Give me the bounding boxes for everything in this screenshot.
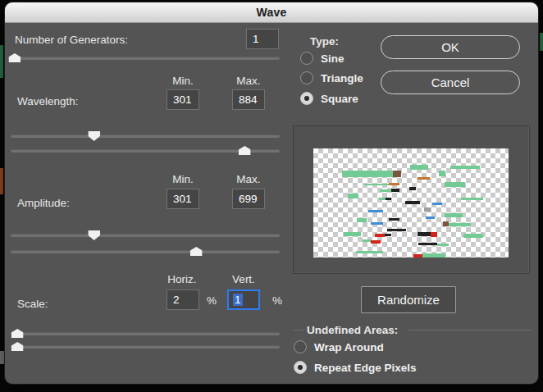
undefined-option-wrap-around[interactable]: Wrap Around [294, 340, 384, 353]
scale-vert-percent: % [272, 294, 282, 307]
scale-vert-input[interactable]: 1 [227, 289, 260, 310]
wavelength-min-slider-thumb[interactable] [88, 131, 100, 141]
preview-canvas [313, 148, 509, 258]
wavelength-max-slider[interactable] [11, 145, 280, 157]
scale-horiz-slider-track[interactable] [11, 332, 280, 335]
undefined-option-repeat-edge-pixels[interactable]: Repeat Edge Pixels [294, 361, 417, 374]
preview-fragment [356, 251, 383, 253]
preview-fragment [387, 229, 406, 231]
preview-fragment [368, 210, 383, 212]
radio-icon-repeat-edge-pixels[interactable] [294, 361, 307, 374]
amplitude-max-input[interactable]: 699 [232, 189, 265, 209]
radio-icon-triangle[interactable] [300, 71, 313, 84]
scale-horiz-percent: % [207, 294, 217, 307]
wavelength-max-input[interactable]: 884 [232, 89, 265, 110]
preview-fragment [432, 203, 442, 205]
preview-fragment [424, 207, 431, 212]
type-option-square[interactable]: Square [300, 92, 358, 105]
preview-fragment [379, 198, 386, 200]
preview-fragment [357, 218, 367, 222]
wavelength-label: Wavelength: [17, 95, 79, 107]
generators-label: Number of Generators: [15, 34, 128, 46]
preview-fragment [413, 254, 422, 258]
undefined-areas-group-line-right [408, 330, 532, 330]
preview-fragment [449, 223, 471, 226]
undefined-areas-label: Undefined Areas: [307, 324, 398, 336]
background-sliver-green-left [0, 45, 3, 78]
scale-horiz-input[interactable]: 2 [167, 289, 199, 310]
preview-fragment [389, 183, 399, 185]
generators-input[interactable]: 1 [246, 29, 279, 49]
preview-fragment [450, 166, 480, 169]
preview-fragment [418, 232, 431, 236]
amplitude-max-slider[interactable] [11, 246, 280, 258]
amplitude-min-slider[interactable] [11, 230, 280, 241]
wavelength-min-header: Min. [166, 75, 200, 87]
radio-icon-sine[interactable] [300, 52, 313, 65]
wavelength-max-header: Max. [231, 75, 266, 87]
wavelength-min-slider-track[interactable] [11, 134, 280, 138]
preview-fragment [371, 240, 381, 244]
dialog-title: Wave [257, 6, 287, 19]
preview-fragment [418, 177, 430, 180]
preview-fragment [426, 217, 435, 219]
radio-icon-square[interactable] [300, 92, 313, 105]
wavelength-min-slider[interactable] [11, 130, 280, 142]
preview-fragment [386, 198, 391, 200]
type-option-sine[interactable]: Sine [300, 52, 345, 65]
scale-label: Scale: [17, 298, 48, 310]
preview-fragment [344, 232, 361, 236]
preview-fragment [389, 218, 399, 221]
preview-fragment [439, 171, 445, 176]
preview-fragment [445, 213, 463, 217]
preview-fragment [380, 189, 391, 192]
preview-fragment [409, 187, 416, 190]
preview-fragment [364, 184, 389, 185]
preview-fragment [418, 243, 437, 245]
preview-fragment [348, 194, 358, 198]
preview-fragment [422, 253, 445, 258]
amplitude-max-slider-thumb[interactable] [190, 247, 203, 256]
preview-fragment [437, 244, 449, 246]
radio-icon-wrap-around[interactable] [294, 340, 307, 353]
wavelength-max-slider-thumb[interactable] [239, 146, 251, 155]
preview-fragment [342, 171, 393, 177]
preview-fragment [445, 182, 465, 187]
wave-dialog: Wave Number of Generators: 1 Min. Max. W… [5, 2, 538, 384]
amplitude-min-header: Min. [166, 173, 200, 185]
undefined-areas-group-line-left [294, 330, 303, 330]
preview-fragment [371, 222, 383, 225]
amplitude-max-slider-track[interactable] [11, 250, 280, 253]
preview-fragment [461, 198, 483, 200]
amplitude-label: Amplitude: [17, 197, 70, 209]
amplitude-min-slider-track[interactable] [11, 234, 280, 237]
scale-vert-slider-track[interactable] [11, 345, 280, 349]
amplitude-min-slider-thumb[interactable] [88, 230, 100, 240]
background-sliver-green-right [540, 33, 543, 51]
generators-slider-track[interactable] [11, 57, 280, 60]
amplitude-min-input[interactable]: 301 [167, 189, 199, 209]
preview-fragment [443, 221, 449, 226]
preview-fragment [431, 232, 437, 237]
wavelength-min-input[interactable]: 301 [167, 89, 199, 110]
scale-vert-header: Vert. [226, 273, 261, 285]
scale-horiz-slider[interactable] [11, 328, 280, 340]
preview-fragment [375, 234, 385, 237]
randomize-button[interactable]: Randomize [361, 286, 456, 313]
scale-vert-slider[interactable] [11, 341, 280, 353]
ok-button[interactable]: OK [381, 35, 520, 59]
type-option-triangle[interactable]: Triangle [300, 71, 363, 84]
preview-fragment [405, 201, 420, 204]
cancel-button[interactable]: Cancel [381, 71, 520, 94]
preview-fragment [410, 165, 428, 170]
amplitude-max-header: Max. [231, 173, 266, 185]
preview-fragment [393, 171, 401, 177]
scale-horiz-slider-thumb[interactable] [11, 329, 24, 338]
type-label: Type: [310, 35, 339, 48]
generators-slider[interactable] [11, 52, 280, 64]
background-sliver-orange-left [0, 168, 3, 194]
scale-horiz-header: Horiz. [165, 273, 199, 285]
scale-vert-slider-thumb[interactable] [11, 342, 24, 351]
dialog-title-bar[interactable]: Wave [5, 2, 538, 23]
generators-slider-thumb[interactable] [8, 53, 21, 62]
